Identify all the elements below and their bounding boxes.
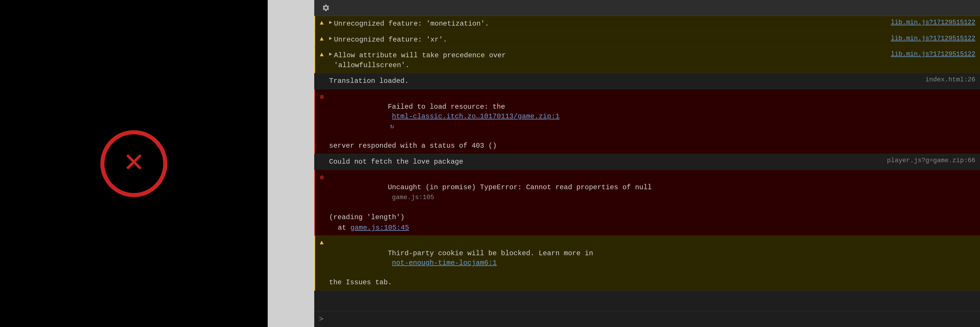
entry-source-info1: index.html:26 bbox=[925, 76, 975, 83]
entry-content-error1: Failed to load resource: the html-classi… bbox=[329, 92, 975, 151]
reload-icon[interactable]: ↻ bbox=[390, 123, 394, 130]
entry-content-info1: Translation loaded. index.html:26 bbox=[329, 76, 975, 86]
error-x-icon: ✕ bbox=[124, 147, 143, 179]
console-entry-warn-monetization: ▲ ▶ Unrecognized feature: 'monetization'… bbox=[314, 16, 980, 32]
game-js-link[interactable]: game.js:105:45 bbox=[350, 224, 409, 232]
warn-icon: ▲ bbox=[320, 19, 329, 27]
console-prompt: > bbox=[319, 315, 324, 324]
console-entry-warn-xr: ▲ ▶ Unrecognized feature: 'xr'. lib.min.… bbox=[314, 32, 980, 48]
entry-source-error2: game.js:105 bbox=[392, 194, 434, 201]
entry-source-info2: player.js?g=game.zip:66 bbox=[887, 157, 975, 164]
devtools-console: ▲ ▶ Unrecognized feature: 'monetization'… bbox=[314, 0, 980, 327]
entry-source-warn1[interactable]: lib.min.js?17129515122 bbox=[891, 19, 975, 26]
warn-icon-3: ▲ bbox=[320, 51, 329, 59]
middle-panel bbox=[268, 0, 314, 327]
entry-text-info1: Translation loaded. bbox=[329, 76, 920, 86]
entry-text-warn4-line1: Third-party cookie will be blocked. Lear… bbox=[329, 239, 975, 278]
entry-text-error2-main: Uncaught (in promise) TypeError: Cannot … bbox=[329, 183, 652, 211]
error-circle-icon-small: ⊗ bbox=[320, 92, 329, 101]
entry-text-info2: Could not fetch the love package bbox=[329, 157, 881, 167]
console-input[interactable] bbox=[326, 315, 975, 323]
error2-sub2: at game.js:105:45 bbox=[329, 223, 975, 233]
warn-icon-2: ▲ bbox=[320, 35, 329, 43]
expand-arrow[interactable]: ▶ bbox=[329, 19, 332, 25]
console-entry-warn-allow: ▲ ▶ Allow attribute will take precedence… bbox=[314, 48, 980, 73]
error-circle-icon-small-2: ⊗ bbox=[320, 173, 329, 182]
warn-icon-4: ▲ bbox=[320, 239, 329, 246]
devtools-toolbar bbox=[314, 0, 980, 16]
console-entry-error-load: ⊗ Failed to load resource: the html-clas… bbox=[314, 89, 980, 154]
entry-text-warn1: Unrecognized feature: 'monetization'. bbox=[334, 19, 885, 29]
console-entry-translation: Translation loaded. index.html:26 bbox=[314, 73, 980, 89]
entry-content-warn4: Third-party cookie will be blocked. Lear… bbox=[329, 239, 975, 287]
game-viewport: ✕ bbox=[0, 0, 268, 327]
console-entries-list: ▲ ▶ Unrecognized feature: 'monetization'… bbox=[314, 16, 980, 311]
error2-sub1: (reading 'length') bbox=[329, 213, 975, 222]
console-entry-warn-cookie: ▲ Third-party cookie will be blocked. Le… bbox=[314, 236, 980, 290]
info-spacer bbox=[320, 76, 329, 77]
cookie-issues-link[interactable]: not-enough-time-locjam6:1 bbox=[392, 259, 497, 267]
gear-icon bbox=[322, 4, 330, 12]
expand-arrow-2[interactable]: ▶ bbox=[329, 35, 332, 41]
entry-content-2: Unrecognized feature: 'xr'. lib.min.js?1… bbox=[334, 35, 975, 45]
entry-text-error1-sub: server responded with a status of 403 () bbox=[329, 141, 975, 151]
entry-text-error1-main: Failed to load resource: the html-classi… bbox=[329, 92, 975, 141]
entry-content-error2: Uncaught (in promise) TypeError: Cannot … bbox=[329, 173, 975, 233]
entry-text-warn4-line2: the Issues tab. bbox=[329, 278, 975, 287]
entry-content: Unrecognized feature: 'monetization'. li… bbox=[334, 19, 975, 29]
error-circle-icon: ✕ bbox=[100, 130, 167, 197]
entry-text-warn3a: Allow attribute will take precedence ove… bbox=[334, 51, 885, 60]
entry-source-warn2[interactable]: lib.min.js?17129515122 bbox=[891, 35, 975, 42]
error1-link[interactable]: html-classic.itch.zo…10170113/game.zip:1 bbox=[392, 113, 560, 120]
entry-text-warn3b: 'allowfullscreen'. bbox=[334, 60, 885, 70]
error1-text-before: Failed to load resource: the bbox=[388, 103, 505, 111]
entry-content-info2: Could not fetch the love package player.… bbox=[329, 157, 975, 167]
settings-button[interactable] bbox=[320, 2, 332, 14]
console-input-row: > bbox=[314, 311, 980, 327]
info-spacer-2 bbox=[320, 157, 329, 157]
entry-text-warn2: Unrecognized feature: 'xr'. bbox=[334, 35, 885, 45]
entry-content-3: Allow attribute will take precedence ove… bbox=[334, 51, 975, 70]
expand-arrow-3[interactable]: ▶ bbox=[329, 51, 332, 57]
entry-source-warn3[interactable]: lib.min.js?17129515122 bbox=[891, 51, 975, 58]
console-entry-typeerror: ⊗ Uncaught (in promise) TypeError: Canno… bbox=[314, 170, 980, 236]
console-entry-fetch-fail: Could not fetch the love package player.… bbox=[314, 154, 980, 170]
